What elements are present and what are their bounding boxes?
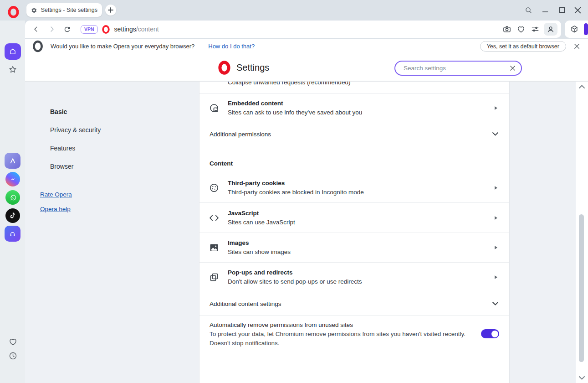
sidebar-rail: ••• <box>0 21 25 383</box>
aria-button[interactable] <box>5 153 20 169</box>
profile-button[interactable] <box>544 23 557 36</box>
row-subtitle: Sites can use JavaScript <box>228 218 295 227</box>
snapshot-button[interactable] <box>501 24 512 35</box>
url-path: /content <box>136 26 159 33</box>
forward-icon <box>48 25 56 33</box>
chevron-down-icon <box>492 132 498 136</box>
close-button[interactable] <box>573 6 582 14</box>
close-icon <box>574 43 580 49</box>
opera-gray-icon <box>32 40 43 52</box>
new-tab-button[interactable] <box>105 5 116 16</box>
chevron-right-icon <box>495 275 497 279</box>
bookmarks-button[interactable] <box>7 64 18 75</box>
gear-icon <box>31 7 37 14</box>
url-host: settings <box>114 26 136 33</box>
row-embedded-content[interactable]: Embedded content Sites can ask to use in… <box>199 93 509 122</box>
embedded-content-icon <box>208 102 220 114</box>
chevron-down-icon <box>492 302 498 305</box>
heart-icon <box>516 25 526 34</box>
sidebar-item-basic[interactable]: Basic <box>50 108 67 115</box>
row-subtitle: Don't allow sites to send pop-ups or use… <box>228 277 362 286</box>
row-title: Embedded content <box>228 99 362 108</box>
scroll-down-button[interactable] <box>579 376 585 380</box>
code-icon <box>208 212 220 224</box>
whatsapp-button[interactable] <box>5 189 20 205</box>
sidebar-panel-pill <box>565 21 588 38</box>
additional-permissions-expander[interactable]: Additional permissions <box>199 122 509 146</box>
rate-opera-link[interactable]: Rate Opera <box>40 191 72 198</box>
row-javascript[interactable]: JavaScript Sites can use JavaScript <box>199 203 509 233</box>
search-settings-input[interactable] <box>404 65 510 72</box>
settings-page-body: Basic Privacy & security Features Browse… <box>25 82 588 383</box>
back-button[interactable] <box>31 24 41 35</box>
tab-title: Settings - Site settings <box>41 7 97 13</box>
bookmark-heart-button[interactable] <box>516 24 527 35</box>
row-title: Third-party cookies <box>228 179 364 188</box>
maximize-button[interactable] <box>558 6 566 14</box>
history-clock-icon <box>8 351 18 361</box>
auto-remove-toggle[interactable] <box>481 329 499 338</box>
tab-settings-site-settings[interactable]: Settings - Site settings <box>26 3 102 17</box>
clear-search-icon[interactable] <box>510 65 516 71</box>
url-text[interactable]: settings/content <box>114 26 159 33</box>
opera-menu-logo[interactable] <box>8 6 19 18</box>
messenger-icon <box>5 172 20 186</box>
profile-icon <box>546 25 555 34</box>
search-icon <box>525 6 532 14</box>
auto-remove-permissions-card: Automatically remove permissions from un… <box>199 316 509 383</box>
address-bar: VPN settings/content <box>25 21 561 38</box>
popup-icon <box>208 271 220 284</box>
reload-button[interactable] <box>61 24 72 35</box>
additional-content-settings-expander[interactable]: Additional content settings <box>199 292 509 316</box>
default-browser-banner: Would you like to make Opera your everyd… <box>25 39 588 54</box>
row-popups-redirects[interactable]: Pop-ups and redirects Don't allow sites … <box>199 263 509 292</box>
settings-header: Settings <box>25 54 588 82</box>
settings-content-column: Collapse unwanted requests (recommended)… <box>199 82 510 383</box>
scrollbar <box>576 82 588 383</box>
row-title: Pop-ups and redirects <box>228 268 362 277</box>
row-third-party-cookies[interactable]: Third-party cookies Third-party cookies … <box>199 173 509 203</box>
forward-button[interactable] <box>46 24 57 35</box>
site-settings-button[interactable] <box>530 24 541 35</box>
clipped-row-label: Collapse unwanted requests (recommended) <box>228 82 350 86</box>
tab-search-button[interactable] <box>524 6 532 14</box>
page-title: Settings <box>236 62 269 73</box>
row-title: Images <box>228 238 291 248</box>
opera-logo-icon <box>8 6 19 18</box>
home-button[interactable] <box>5 43 21 60</box>
minimize-button[interactable] <box>541 6 549 14</box>
sidebar-item-privacy-security[interactable]: Privacy & security <box>50 126 101 134</box>
set-default-browser-button[interactable]: Yes, set it as default browser <box>480 41 566 52</box>
sidebar-item-browser[interactable]: Browser <box>50 163 73 170</box>
opera-o-icon <box>102 25 110 34</box>
row-images[interactable]: Images Sites can show images <box>199 233 509 263</box>
camera-icon <box>502 25 511 34</box>
banner-close-button[interactable] <box>571 41 583 52</box>
sidebar-item-features[interactable]: Features <box>50 145 75 152</box>
messenger-button[interactable] <box>5 171 20 187</box>
tiktok-icon <box>5 208 20 223</box>
history-button[interactable] <box>7 350 18 361</box>
nav-divider <box>135 82 135 383</box>
opera-help-link[interactable]: Opera help <box>40 206 71 212</box>
chevron-right-icon <box>495 186 497 190</box>
chevron-right-icon <box>495 216 497 220</box>
scrollbar-thumb[interactable] <box>579 214 584 362</box>
panel-indicator[interactable] <box>584 23 588 35</box>
aria-icon <box>9 157 17 165</box>
player-button[interactable] <box>5 226 20 242</box>
expander-label: Additional permissions <box>210 131 271 138</box>
content-section-heading: Content <box>210 160 233 167</box>
reload-icon <box>63 26 71 33</box>
tiktok-button[interactable] <box>5 207 20 223</box>
banner-help-link[interactable]: How do I do that? <box>208 43 255 50</box>
image-icon <box>208 241 220 254</box>
scroll-up-button[interactable] <box>579 85 585 88</box>
row-subtitle: Sites can show images <box>228 248 291 257</box>
expander-label: Additional content settings <box>210 300 281 307</box>
row-subtitle: Third-party cookies are blocked in Incog… <box>228 188 364 197</box>
chevron-right-icon <box>495 246 497 249</box>
vpn-badge[interactable]: VPN <box>81 25 98 34</box>
extensions-button[interactable] <box>569 24 579 35</box>
favorites-button[interactable] <box>7 336 18 347</box>
